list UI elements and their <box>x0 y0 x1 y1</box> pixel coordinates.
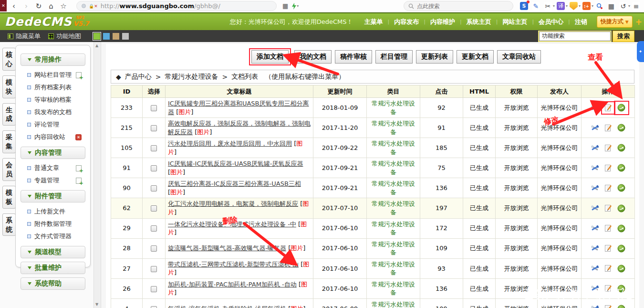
section-attachment-management[interactable]: 附件管理 <box>21 190 85 202</box>
nav-content-publish[interactable]: 内容发布 <box>389 18 424 26</box>
sidebar-tab[interactable]: 会员 <box>2 158 16 181</box>
row-checkbox[interactable] <box>151 185 157 191</box>
function-map-button[interactable]: 功能地图 <box>48 32 81 41</box>
edit-document-icon[interactable] <box>603 144 613 152</box>
game-extension-icon[interactable]: :+ <box>582 2 591 10</box>
edit-document-icon[interactable] <box>603 204 613 212</box>
category-link[interactable]: 常规污水处理设备 <box>372 160 415 176</box>
view-page-icon[interactable] <box>617 264 626 273</box>
section-system-help[interactable]: 系统帮助 <box>21 277 85 290</box>
section-batch-maintenance[interactable]: 批量维护 <box>21 262 85 274</box>
view-page-icon[interactable] <box>617 104 626 112</box>
flash-caret-icon[interactable]: ▾ <box>297 4 299 8</box>
frame-scrollbar[interactable]: ▲ ▼ <box>93 42 101 308</box>
row-checkbox[interactable] <box>151 286 157 292</box>
theme-tan-swatch[interactable] <box>113 33 119 40</box>
view-page-icon[interactable] <box>617 244 626 253</box>
row-checkbox[interactable] <box>151 205 157 212</box>
category-link[interactable]: 常规污水处理设备 <box>372 120 415 136</box>
sidebar-tab[interactable]: 模块 <box>2 75 16 98</box>
attributes-tools-icon[interactable] <box>590 244 600 253</box>
section-common-operations[interactable]: 常用操作 <box>21 53 85 66</box>
sidebar-menu-item[interactable]: 评论管理 <box>20 118 86 131</box>
notes-extension-icon[interactable]: ✎ <box>532 2 540 10</box>
breadcrumb-product-center[interactable]: 产品中心 <box>125 73 152 81</box>
history-undo-icon[interactable]: ↺ <box>619 2 627 10</box>
sidebar-menu-item[interactable]: 内容回收站✕ <box>20 131 86 143</box>
category-link[interactable]: 常规污水处理设备 <box>372 221 415 236</box>
sidebar-menu-item[interactable]: 我发布的文档 <box>20 106 86 118</box>
bookmark-star-icon[interactable]: ☆ <box>57 2 70 11</box>
view-page-icon[interactable] <box>617 224 626 233</box>
shield-extension-icon[interactable] <box>570 2 578 10</box>
row-checkbox[interactable] <box>151 165 157 171</box>
attributes-tools-icon[interactable] <box>590 184 600 192</box>
apps-grid-icon[interactable]: ▦ <box>607 2 615 10</box>
sidebar-tab[interactable]: 采集 <box>2 130 16 153</box>
nav-logout[interactable]: 注销 <box>570 18 592 26</box>
sogou-extension-icon[interactable]: S <box>520 2 528 10</box>
sidebar-tab[interactable]: 生成 <box>2 103 16 126</box>
row-checkbox[interactable] <box>151 225 157 232</box>
attributes-tools-icon[interactable] <box>590 124 600 132</box>
scissors-icon[interactable]: ✂ <box>544 2 552 10</box>
sidebar-menu-item[interactable]: 等审核的档案 <box>20 94 86 106</box>
attributes-tools-icon[interactable] <box>590 104 600 112</box>
sidebar-tab[interactable]: 核心 <box>2 48 16 71</box>
view-page-icon[interactable] <box>617 184 626 192</box>
sidebar-menu-item[interactable]: 专题管理 <box>20 174 86 187</box>
article-title-link[interactable]: 加药机-加药装置-PAC加药机-PAM加药机 -自动 <box>168 281 297 288</box>
edit-document-icon[interactable] <box>603 104 613 112</box>
nav-system-home[interactable]: 系统主页 <box>462 18 496 26</box>
category-link[interactable]: 常规污水处理设备 <box>372 281 415 297</box>
address-bar[interactable]: 🔒✕ http://www.sdguangbo.com/gbhb@/ <box>76 1 277 11</box>
sidebar-menu-item[interactable]: 上传新文件 <box>20 205 86 218</box>
tab-close-icon[interactable]: ✕ <box>0 0 7 11</box>
edit-document-icon[interactable] <box>603 304 613 308</box>
row-checkbox[interactable] <box>151 105 157 111</box>
refresh-icon[interactable]: ↻ <box>32 2 45 11</box>
category-link[interactable]: 常规污水处理设备 <box>372 180 415 196</box>
forward-icon[interactable]: › <box>20 2 32 11</box>
browser-search[interactable] <box>404 1 513 11</box>
dedecms-logo[interactable]: DedeCMS SP2V5.7 <box>5 15 89 29</box>
category-link[interactable]: 常规污水处理设备 <box>372 301 415 308</box>
add-document-icon[interactable] <box>76 165 82 171</box>
category-link[interactable]: 常规污水处理设备 <box>372 200 415 216</box>
find-extension-icon[interactable] <box>595 2 603 10</box>
view-page-icon[interactable] <box>617 304 626 308</box>
row-checkbox[interactable] <box>151 266 157 272</box>
edit-document-icon[interactable] <box>603 184 613 192</box>
sidebar-menu-item[interactable]: 附件数据管理 <box>20 218 86 230</box>
sidebar-menu-item[interactable]: 普通文章 <box>20 162 86 174</box>
article-title-link[interactable]: 气浮机-溶气气浮机-杂质脱除机-浅层气浮机 <box>168 305 286 308</box>
article-title-link[interactable]: 污水处理后回用，废水处理后回用，中水回用 <box>168 140 292 147</box>
sidebar-menu-item[interactable]: 所有档案列表 <box>20 81 86 94</box>
function-search-input[interactable] <box>539 32 611 41</box>
nav-member-center[interactable]: 会员中心 <box>534 18 568 26</box>
edit-document-icon[interactable] <box>603 264 613 273</box>
add-document-icon[interactable] <box>76 178 82 184</box>
article-title-link[interactable]: 带式压滤机-三网带式压滤机-新型带式压滤机-山 <box>168 261 299 268</box>
view-page-icon[interactable] <box>617 144 626 152</box>
article-title-link[interactable]: 高效电解反应器，强制反应器，强制电解器，强制电解反应器 <box>168 120 311 136</box>
article-recycle-button[interactable]: 文章回收站 <box>497 50 541 64</box>
nav-site-home[interactable]: 网站主页 <box>498 18 532 26</box>
article-title-link[interactable]: 厌氧三相分离器-IC反应器三相分离器-UASB三相 <box>168 180 301 187</box>
row-checkbox[interactable] <box>151 125 157 131</box>
scroll-down-icon[interactable]: ▼ <box>95 302 98 307</box>
view-page-icon[interactable] <box>617 164 626 172</box>
sidebar-tab[interactable]: 模板 <box>2 186 16 209</box>
article-title-link[interactable]: 化工污水处理用电解器，电絮凝，强制电解反应 <box>168 200 298 207</box>
attributes-tools-icon[interactable] <box>590 204 600 212</box>
attributes-tools-icon[interactable] <box>590 304 600 308</box>
view-page-icon[interactable] <box>617 124 626 132</box>
row-checkbox[interactable] <box>151 245 157 252</box>
category-link[interactable]: 常规污水处理设备 <box>372 241 415 256</box>
theme-green-swatch[interactable] <box>93 33 100 40</box>
category-link[interactable]: 常规污水处理设备 <box>372 261 415 276</box>
review-button[interactable]: 稿件审核 <box>335 50 372 64</box>
sidebar-tab[interactable]: 系统 <box>2 213 16 236</box>
nav-content-maintain[interactable]: 内容维护 <box>426 18 460 26</box>
row-checkbox[interactable] <box>151 306 157 308</box>
